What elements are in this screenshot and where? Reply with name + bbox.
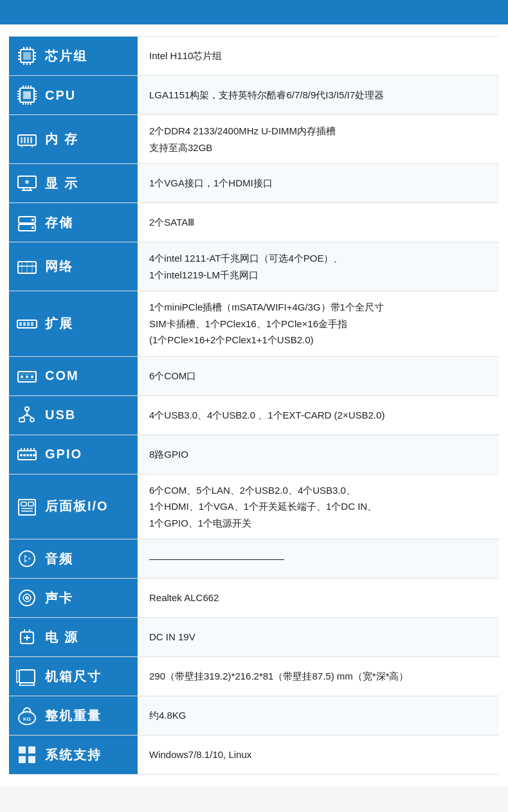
svg-point-45 bbox=[32, 219, 34, 221]
value-cell-os: Windows7/8.1/10, Linux bbox=[138, 735, 499, 775]
svg-point-72 bbox=[23, 454, 26, 456]
svg-rect-68 bbox=[19, 418, 24, 422]
svg-rect-108 bbox=[28, 756, 35, 763]
audio-icon bbox=[14, 546, 40, 572]
label-text-storage: 存储 bbox=[45, 214, 73, 231]
label-cell-chipset: 芯片组 bbox=[9, 37, 138, 76]
label-cell-storage: 存储 bbox=[9, 203, 138, 242]
expansion-icon bbox=[14, 311, 40, 336]
value-cell-chipset: Intel H110芯片组 bbox=[138, 37, 499, 76]
label-text-com: COM bbox=[45, 368, 79, 383]
display-icon bbox=[14, 170, 40, 196]
svg-rect-55 bbox=[23, 322, 26, 326]
storage-icon bbox=[14, 210, 40, 235]
label-text-os: 系统支持 bbox=[45, 746, 102, 764]
svg-rect-105 bbox=[19, 746, 26, 753]
svg-rect-57 bbox=[31, 322, 33, 326]
label-cell-com: COM bbox=[9, 356, 138, 395]
value-cell-storage: 2个SATAⅢ bbox=[138, 203, 499, 242]
label-cell-rear_io: 后面板I/O bbox=[9, 474, 138, 539]
value-cell-usb: 4个USB3.0、4个USB2.0 、1个EXT-CARD (2×USB2.0) bbox=[138, 395, 499, 435]
svg-point-74 bbox=[30, 454, 32, 456]
chipset-icon bbox=[14, 43, 40, 69]
svg-point-75 bbox=[33, 454, 35, 456]
label-text-memory: 内 存 bbox=[45, 131, 78, 148]
svg-rect-106 bbox=[28, 746, 35, 753]
svg-text:KG: KG bbox=[23, 716, 31, 722]
label-cell-memory: 内 存 bbox=[9, 115, 138, 164]
label-text-usb: USB bbox=[45, 408, 76, 422]
value-cell-power: DC IN 19V bbox=[138, 618, 499, 657]
label-text-network: 网络 bbox=[45, 258, 73, 275]
os-icon bbox=[14, 742, 40, 768]
usb-icon bbox=[14, 402, 40, 428]
label-cell-soundcard: 声卡 bbox=[9, 579, 138, 618]
svg-point-43 bbox=[25, 180, 29, 184]
svg-rect-15 bbox=[23, 91, 31, 99]
label-cell-expansion: 扩展 bbox=[9, 291, 138, 357]
value-cell-soundcard: Realtek ALC662 bbox=[138, 579, 499, 618]
svg-point-60 bbox=[26, 375, 28, 378]
svg-rect-36 bbox=[30, 137, 32, 143]
svg-rect-34 bbox=[24, 137, 26, 143]
value-cell-rear_io: 6个COM、5个LAN、2个USB2.0、4个USB3.0、1个HDMI、1个V… bbox=[138, 474, 499, 539]
value-cell-weight: 约4.8KG bbox=[138, 696, 499, 735]
label-cell-os: 系统支持 bbox=[9, 735, 138, 775]
label-text-power: 电 源 bbox=[45, 629, 78, 646]
svg-point-64 bbox=[25, 407, 29, 411]
table-row: 电 源DC IN 19V bbox=[9, 618, 499, 657]
svg-rect-1 bbox=[23, 52, 31, 60]
svg-rect-33 bbox=[21, 137, 23, 143]
page-wrapper: 芯片组Intel H110芯片组CPULGA1151构架，支持英特尔酷睿6/7/… bbox=[0, 0, 508, 786]
label-text-chipset: 芯片组 bbox=[45, 48, 87, 65]
soundcard-icon bbox=[14, 585, 40, 611]
svg-rect-83 bbox=[28, 502, 33, 506]
cpu-icon bbox=[14, 82, 40, 108]
label-cell-network: 网络 bbox=[9, 242, 138, 291]
label-text-display: 显 示 bbox=[45, 175, 78, 192]
label-cell-audio: 音频 bbox=[9, 539, 138, 579]
table-row: CPULGA1151构架，支持英特尔酷睿6/7/8/9代I3/I5/I7处理器 bbox=[9, 76, 499, 115]
table-row: 机箱尺寸290（带壁挂319.2)*216.2*81（带壁挂87.5) mm（宽… bbox=[9, 657, 499, 696]
value-cell-gpio: 8路GPIO bbox=[138, 435, 499, 474]
table-row: COM6个COM口 bbox=[9, 356, 499, 395]
value-cell-memory: 2个DDR4 2133/2400MHz U-DIMM内存插槽支持至高32GB bbox=[138, 115, 499, 164]
table-row: USB4个USB3.0、4个USB2.0 、1个EXT-CARD (2×USB2… bbox=[9, 395, 499, 435]
label-text-rear_io: 后面板I/O bbox=[45, 498, 109, 515]
label-text-audio: 音频 bbox=[45, 550, 73, 568]
label-text-expansion: 扩展 bbox=[45, 315, 73, 332]
table-row: 存储2个SATAⅢ bbox=[9, 203, 499, 242]
label-text-weight: 整机重量 bbox=[45, 707, 102, 725]
label-cell-usb: USB bbox=[9, 395, 138, 435]
svg-rect-56 bbox=[27, 322, 30, 326]
value-cell-dimensions: 290（带壁挂319.2)*216.2*81（带壁挂87.5) mm（宽*深*高… bbox=[138, 657, 499, 696]
svg-rect-107 bbox=[19, 756, 26, 763]
value-cell-cpu: LGA1151构架，支持英特尔酷睿6/7/8/9代I3/I5/I7处理器 bbox=[138, 76, 499, 115]
label-cell-power: 电 源 bbox=[9, 618, 138, 657]
svg-line-67 bbox=[27, 414, 32, 418]
label-text-soundcard: 声卡 bbox=[45, 590, 73, 607]
table-row: 后面板I/O6个COM、5个LAN、2个USB2.0、4个USB3.0、1个HD… bbox=[9, 474, 499, 539]
table-row: 内 存2个DDR4 2133/2400MHz U-DIMM内存插槽支持至高32G… bbox=[9, 115, 499, 164]
table-row: GPIO8路GPIO bbox=[9, 435, 499, 474]
table-row: 扩展1个miniPCle插槽（mSATA/WIFI+4G/3G）带1个全尺寸SI… bbox=[9, 291, 499, 357]
label-cell-weight: KG整机重量 bbox=[9, 696, 138, 735]
table-container: 芯片组Intel H110芯片组CPULGA1151构架，支持英特尔酷睿6/7/… bbox=[0, 24, 508, 786]
power-icon bbox=[14, 624, 40, 650]
label-cell-gpio: GPIO bbox=[9, 435, 138, 474]
table-row: 声卡Realtek ALC662 bbox=[9, 579, 499, 618]
header bbox=[0, 0, 508, 24]
table-row: 显 示1个VGA接口，1个HDMI接口 bbox=[9, 164, 499, 203]
weight-icon: KG bbox=[14, 703, 40, 728]
gpio-icon bbox=[14, 442, 40, 467]
rear_io-icon bbox=[14, 494, 40, 519]
table-row: 系统支持Windows7/8.1/10, Linux bbox=[9, 735, 499, 775]
svg-point-59 bbox=[21, 375, 23, 378]
label-cell-dimensions: 机箱尺寸 bbox=[9, 657, 138, 696]
com-icon bbox=[14, 363, 40, 389]
svg-rect-82 bbox=[21, 502, 26, 506]
table-row: 芯片组Intel H110芯片组 bbox=[9, 37, 499, 76]
svg-point-61 bbox=[31, 375, 33, 378]
svg-point-47 bbox=[32, 226, 34, 229]
svg-point-71 bbox=[20, 454, 23, 456]
